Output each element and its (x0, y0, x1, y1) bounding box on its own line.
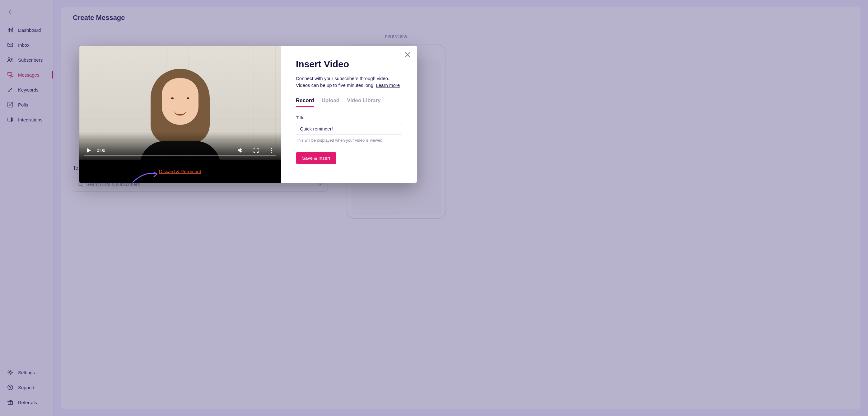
modal-description: Connect with your subscribers through vi… (296, 75, 402, 89)
modal-title: Insert Video (296, 59, 402, 69)
fullscreen-button[interactable] (252, 146, 260, 155)
video-title-input[interactable] (296, 123, 402, 135)
svg-point-14 (271, 148, 272, 149)
more-button[interactable] (267, 146, 276, 155)
modal-tabs: RecordUploadVideo Library (296, 97, 402, 108)
learn-more-link[interactable]: Learn more (376, 83, 400, 88)
close-icon (404, 51, 411, 58)
discard-rerecord-link[interactable]: Discard & Re-record (159, 169, 201, 174)
svg-point-16 (271, 152, 272, 153)
fullscreen-icon (253, 148, 259, 153)
title-hint: This will be displayed when your video i… (296, 138, 402, 143)
close-button[interactable] (404, 51, 411, 58)
video-pane: 0:00 Discard (79, 46, 281, 183)
volume-button[interactable] (236, 146, 245, 155)
modal-form-pane: Insert Video Connect with your subscribe… (281, 46, 417, 183)
play-icon (86, 148, 91, 153)
annotation-arrow-icon (132, 170, 160, 183)
video-controls: 0:00 (79, 141, 281, 160)
svg-point-15 (271, 150, 272, 151)
insert-video-modal: 0:00 Discard (79, 46, 417, 183)
video-current-time: 0:00 (97, 148, 105, 153)
video-footer: Discard & Re-record (79, 160, 281, 183)
save-insert-button[interactable]: Save & Insert (296, 152, 336, 164)
tab-upload[interactable]: Upload (322, 97, 340, 107)
tab-library[interactable]: Video Library (347, 97, 380, 107)
play-button[interactable] (84, 146, 93, 155)
tab-record[interactable]: Record (296, 97, 314, 107)
seek-bar[interactable] (84, 155, 276, 156)
title-field-label: Title (296, 115, 402, 120)
video-preview[interactable]: 0:00 (79, 46, 281, 160)
modal-description-text: Connect with your subscribers through vi… (296, 76, 389, 88)
more-vertical-icon (271, 148, 273, 153)
volume-icon (237, 147, 244, 153)
